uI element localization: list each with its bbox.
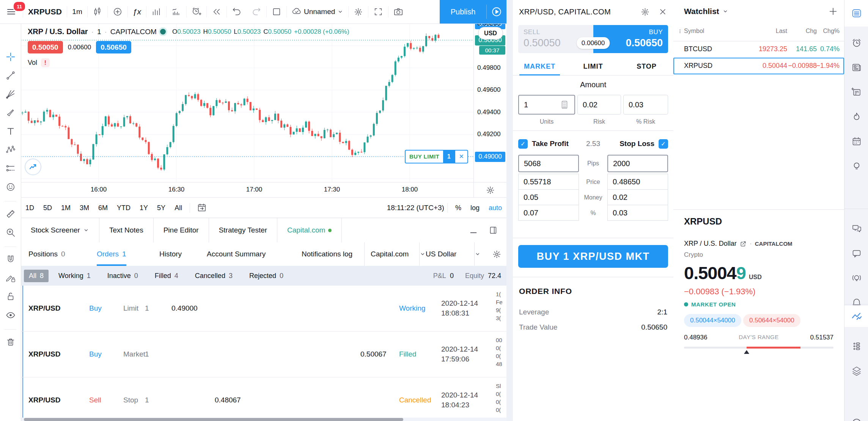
sl-pips-input[interactable]: 2000 [607,155,668,172]
chat-sidebar-button[interactable] [844,243,868,264]
notes-sidebar-button[interactable] [844,82,868,103]
range-button-6m[interactable]: 6M [94,204,112,212]
col-chgp[interactable]: Chg% [823,28,840,35]
col-last[interactable]: Last [776,28,787,35]
details-name[interactable]: XRP / U.S. Dollar [684,240,737,248]
text-tool[interactable] [4,124,17,138]
subtab-history[interactable]: History [159,242,182,266]
order-tab-market[interactable]: MARKET [513,58,566,75]
volume-label[interactable]: Vol [28,59,37,67]
undo-button[interactable] [227,0,247,24]
bottom-tab-strategy-tester[interactable]: Strategy Tester [209,218,277,242]
save-layout-button[interactable]: Unnamed [287,0,348,24]
risk-input[interactable]: 0.02 [577,95,621,115]
brush-tool[interactable] [4,106,17,119]
crosshair-tool[interactable] [4,50,17,63]
drag-handle-icon[interactable] [677,28,683,34]
symbol-logo[interactable] [25,159,41,175]
order-row[interactable]: XRP/USDBuyLimit10.49000Working2020-12-14… [21,286,506,331]
fullscreen-button[interactable] [368,0,388,24]
chart-layout-button[interactable] [167,0,186,24]
chart-style-button[interactable] [88,0,107,24]
order-row[interactable]: XRP/USDBuyMarket10.50067Filled2020-12-14… [21,331,506,377]
time-axis[interactable]: 16:0016:3017:0017:3018:00 [21,182,473,198]
trash-tool[interactable] [4,335,17,349]
redo-button[interactable] [247,0,266,24]
publish-button[interactable]: Publish [440,0,486,24]
percent-scale-button[interactable]: % [451,204,466,212]
order-tag-close-icon[interactable]: ✕ [454,151,467,163]
trading-sidebar-button[interactable] [844,306,868,327]
watchlist-row-btcusd[interactable]: BTCUSD 19273.25 141.65 0.74% [673,41,844,58]
publish-menu-button[interactable] [487,0,506,24]
scrollbar-thumb[interactable] [24,418,403,421]
order-tab-stop[interactable]: STOP [620,58,673,75]
drawing-lock-tool[interactable] [4,271,17,284]
auto-scale-button[interactable]: auto [484,204,506,212]
range-button-3m[interactable]: 3M [75,204,94,212]
watchlist-sidebar-button[interactable] [844,0,868,27]
indicators-button[interactable]: ƒx [128,0,146,24]
snapshot-button[interactable] [388,0,408,24]
bottom-tab-text-notes[interactable]: Text Notes [99,218,154,242]
zoom-in-tool[interactable] [4,226,17,239]
order-tab-limit[interactable]: LIMIT [566,58,620,75]
idea-sidebar-button[interactable] [844,156,868,177]
chart-settings-button[interactable] [349,0,368,24]
create-alert-button[interactable] [187,0,206,24]
go-to-date-button[interactable] [193,203,211,213]
price-axis[interactable]: 0.50650 USD 0.50050 00:37 0.49000 0.5020… [473,24,507,182]
news-sidebar-button[interactable] [844,57,868,78]
range-button-1d[interactable]: 1D [21,204,39,212]
filter-cancelled[interactable]: Cancelled3 [195,272,233,280]
buy-price-button[interactable]: 0.50650 [96,41,131,53]
range-button-1y[interactable]: 1Y [135,204,153,212]
sell-price-button[interactable]: 0.50050 [28,41,63,53]
external-link-icon[interactable] [740,240,747,247]
bottom-tab-capital-com[interactable]: Capital.com [277,218,342,242]
chart-plot[interactable]: XRP / U.S. Dollar · 1 · CAPITALCOM O0.50… [21,24,473,182]
layers-sidebar-button[interactable] [844,360,868,382]
lock-tool[interactable] [4,290,17,303]
range-button-all[interactable]: All [170,204,187,212]
filter-inactive[interactable]: Inactive0 [107,272,138,280]
range-button-ytd[interactable]: YTD [112,204,135,212]
units-input[interactable]: 1 [518,95,575,115]
pct-risk-input[interactable]: 0.03 [623,95,668,115]
chevron-down-icon[interactable] [722,8,728,14]
chats-sidebar-button[interactable] [844,218,868,239]
col-chg[interactable]: Chg [806,28,817,35]
calendar-sidebar-button[interactable] [844,131,868,152]
range-button-5d[interactable]: 5D [39,204,57,212]
range-button-5y[interactable]: 5Y [153,204,170,212]
calculator-icon[interactable] [560,100,569,110]
legend-symbol[interactable]: XRP / U.S. Dollar [28,27,88,36]
bar-replay-button[interactable] [207,0,226,24]
add-symbol-button[interactable] [828,6,838,16]
emoji-tool[interactable] [4,180,17,193]
layout-select-button[interactable] [267,0,286,24]
axis-settings-icon[interactable] [486,185,495,195]
horizontal-scrollbar[interactable] [21,418,506,421]
bottom-tab-stock-screener[interactable]: Stock Screener [21,218,99,242]
buy-limit-order-tag[interactable]: BUY LIMIT 1 ✕ [405,150,468,163]
trading-settings-button[interactable] [474,242,506,266]
watchlist-title[interactable]: Watchlist [684,7,719,16]
subtab-account-summary[interactable]: Account Summary [207,242,266,266]
subtab-positions[interactable]: Positions0 [28,242,65,266]
sl-money-input[interactable]: 0.02 [607,189,668,205]
minimize-panel-icon[interactable] [469,225,478,235]
dom-sidebar-button[interactable] [844,336,868,357]
compare-button[interactable] [108,0,127,24]
filter-all-chip[interactable]: All8 [24,270,49,282]
eye-tool[interactable] [4,308,17,322]
stream-sidebar-button[interactable] [844,267,868,289]
bottom-tab-pine-editor[interactable]: Pine Editor [154,218,209,242]
sl-%-input[interactable]: 0.03 [607,205,668,221]
symbol-search-button[interactable]: XRPUSD [23,0,67,24]
order-settings-icon[interactable] [640,7,650,17]
clock[interactable]: 18:11:22 (UTC+3) [387,204,444,212]
magnet-tool[interactable] [4,253,17,266]
panel-splitter[interactable] [673,209,844,210]
ruler-tool[interactable] [4,207,17,220]
